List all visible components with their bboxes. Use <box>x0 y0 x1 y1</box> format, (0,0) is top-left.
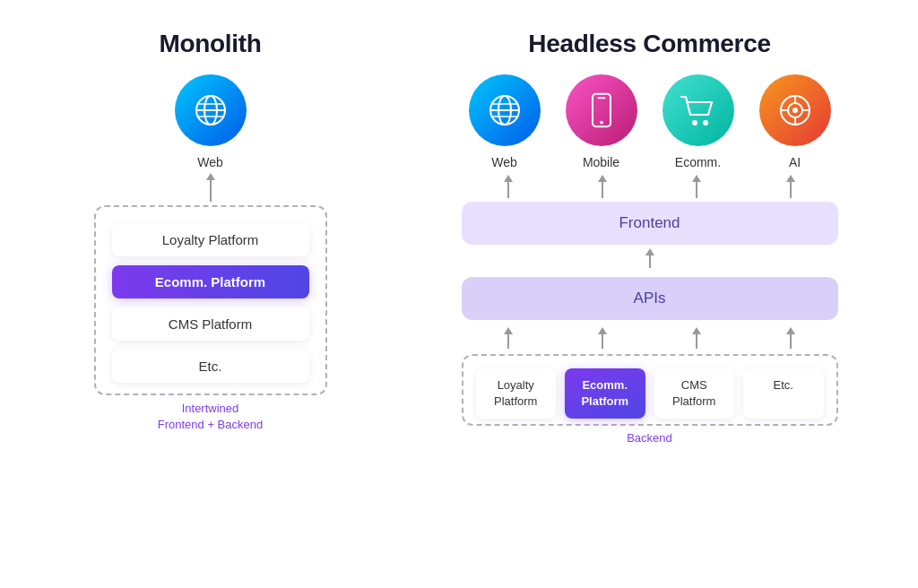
web-icon <box>175 74 247 146</box>
headless-mobile-label: Mobile <box>583 155 619 169</box>
headless-ai-label: AI <box>789 155 801 169</box>
headless-ai-col: AI <box>759 74 831 169</box>
monolith-ecomm-platform: Ecomm. Platform <box>112 265 309 298</box>
monolith-web-label: Web <box>197 155 223 169</box>
frontend-bar: Frontend <box>462 202 838 245</box>
headless-web-col: Web <box>469 74 541 169</box>
headless-ecomm-col: Ecomm. <box>663 74 734 169</box>
backend-dashed-box: LoyaltyPlatform Ecomm.Platform CMSPlatfo… <box>462 354 838 426</box>
arrow-to-mobile <box>598 175 607 198</box>
headless-title: Headless Commerce <box>528 30 770 58</box>
headless-icons-row: Web Mobile <box>469 74 831 169</box>
arrow-to-web <box>504 175 513 198</box>
arrow-from-ecomm <box>598 327 607 349</box>
monolith-web-icon-col: Web <box>175 74 247 169</box>
backend-loyalty-platform: LoyaltyPlatform <box>476 368 557 419</box>
headless-ecomm-icon <box>663 74 734 146</box>
monolith-arrow-up <box>206 173 215 202</box>
arrow-to-ai <box>786 175 795 198</box>
headless-web-label: Web <box>491 155 517 169</box>
monolith-dashed-box: Loyalty Platform Ecomm. Platform CMS Pla… <box>94 205 327 395</box>
monolith-section: Monolith Web Loyalty Platform Ecomm. P <box>49 30 372 433</box>
headless-arrows-from-frontend <box>462 175 838 198</box>
headless-web-icon <box>469 74 541 146</box>
diagram-container: Monolith Web Loyalty Platform Ecomm. P <box>11 12 907 576</box>
svg-point-14 <box>703 120 708 125</box>
monolith-title: Monolith <box>159 30 261 58</box>
svg-point-13 <box>692 120 697 125</box>
headless-ecomm-label: Ecomm. <box>675 155 721 169</box>
arrow-from-etc <box>786 327 795 349</box>
headless-arrows-from-backend <box>462 327 838 349</box>
arrow-from-loyalty <box>504 327 513 349</box>
headless-mobile-icon <box>566 74 637 146</box>
backend-label: Backend <box>627 431 672 445</box>
arrow-to-ecomm <box>692 175 701 198</box>
apis-bar: APIs <box>462 277 838 320</box>
backend-ecomm-platform: Ecomm.Platform <box>565 368 645 419</box>
arrow-from-cms <box>692 327 701 349</box>
backend-etc: Etc. <box>743 368 824 419</box>
monolith-loyalty-platform: Loyalty Platform <box>112 223 309 256</box>
backend-cms-platform: CMSPlatform <box>654 368 735 419</box>
headless-section: Headless Commerce Web <box>430 30 870 445</box>
headless-ai-icon <box>759 74 831 146</box>
monolith-cms-platform: CMS Platform <box>112 307 309 341</box>
monolith-box-label: IntertwinedFrontend + Backend <box>158 401 263 433</box>
svg-point-11 <box>600 121 603 125</box>
headless-mobile-col: Mobile <box>566 74 637 169</box>
monolith-etc: Etc. <box>112 350 309 383</box>
svg-point-21 <box>792 108 798 113</box>
arrow-apis-to-frontend <box>645 248 654 268</box>
